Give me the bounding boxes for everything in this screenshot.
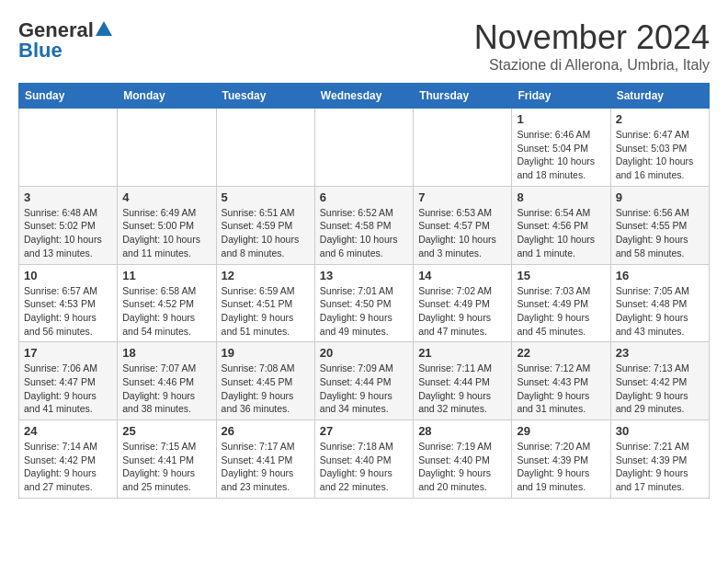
calendar-cell: 29Sunrise: 7:20 AMSunset: 4:39 PMDayligh… xyxy=(512,420,610,499)
day-info: Sunrise: 6:54 AMSunset: 4:56 PMDaylight:… xyxy=(517,206,605,260)
day-info: Sunrise: 7:17 AMSunset: 4:41 PMDaylight:… xyxy=(222,440,310,494)
day-number: 8 xyxy=(517,190,605,204)
calendar-cell: 5Sunrise: 6:51 AMSunset: 4:59 PMDaylight… xyxy=(216,186,314,264)
svg-marker-0 xyxy=(96,21,112,36)
calendar-cell: 24Sunrise: 7:14 AMSunset: 4:42 PMDayligh… xyxy=(19,420,118,499)
day-number: 3 xyxy=(24,190,112,204)
day-info: Sunrise: 7:07 AMSunset: 4:46 PMDaylight:… xyxy=(122,362,210,416)
calendar-week-2: 3Sunrise: 6:48 AMSunset: 5:02 PMDaylight… xyxy=(19,186,710,264)
title-area: November 2024 Stazione di Allerona, Umbr… xyxy=(474,18,710,74)
day-number: 22 xyxy=(517,346,605,360)
day-number: 28 xyxy=(418,424,506,438)
day-info: Sunrise: 7:18 AMSunset: 4:40 PMDaylight:… xyxy=(320,440,408,494)
day-info: Sunrise: 7:09 AMSunset: 4:44 PMDaylight:… xyxy=(320,362,408,416)
calendar-cell: 12Sunrise: 6:59 AMSunset: 4:51 PMDayligh… xyxy=(216,264,314,342)
day-info: Sunrise: 7:05 AMSunset: 4:48 PMDaylight:… xyxy=(616,284,704,339)
day-number: 5 xyxy=(222,190,310,204)
calendar-cell: 28Sunrise: 7:19 AMSunset: 4:40 PMDayligh… xyxy=(414,420,512,499)
calendar-header-row: SundayMondayTuesdayWednesdayThursdayFrid… xyxy=(19,84,710,109)
calendar-cell: 20Sunrise: 7:09 AMSunset: 4:44 PMDayligh… xyxy=(314,342,413,420)
day-info: Sunrise: 6:49 AMSunset: 5:00 PMDaylight:… xyxy=(122,206,210,260)
calendar-cell: 10Sunrise: 6:57 AMSunset: 4:53 PMDayligh… xyxy=(19,264,118,342)
day-number: 12 xyxy=(222,269,310,282)
calendar-cell: 9Sunrise: 6:56 AMSunset: 4:55 PMDaylight… xyxy=(610,186,709,264)
day-number: 2 xyxy=(616,112,704,126)
day-number: 29 xyxy=(517,424,605,438)
day-number: 20 xyxy=(320,346,408,360)
day-number: 23 xyxy=(616,346,704,360)
calendar-cell: 11Sunrise: 6:58 AMSunset: 4:52 PMDayligh… xyxy=(118,264,216,342)
calendar-header-thursday: Thursday xyxy=(414,84,512,109)
day-info: Sunrise: 7:14 AMSunset: 4:42 PMDaylight:… xyxy=(24,440,112,494)
calendar-cell: 6Sunrise: 6:52 AMSunset: 4:58 PMDaylight… xyxy=(314,186,413,264)
day-info: Sunrise: 6:52 AMSunset: 4:58 PMDaylight:… xyxy=(320,206,408,260)
calendar-cell: 30Sunrise: 7:21 AMSunset: 4:39 PMDayligh… xyxy=(610,420,709,499)
day-info: Sunrise: 6:58 AMSunset: 4:52 PMDaylight:… xyxy=(122,284,210,339)
page-header: General Blue November 2024 Stazione di A… xyxy=(18,18,710,74)
day-number: 11 xyxy=(122,269,210,282)
logo-icon xyxy=(96,21,112,40)
calendar-cell: 7Sunrise: 6:53 AMSunset: 4:57 PMDaylight… xyxy=(414,186,512,264)
day-info: Sunrise: 6:48 AMSunset: 5:02 PMDaylight:… xyxy=(24,206,112,260)
day-number: 21 xyxy=(418,346,506,360)
day-info: Sunrise: 6:56 AMSunset: 4:55 PMDaylight:… xyxy=(616,206,704,260)
day-info: Sunrise: 6:47 AMSunset: 5:03 PMDaylight:… xyxy=(616,128,704,182)
calendar-table: SundayMondayTuesdayWednesdayThursdayFrid… xyxy=(18,83,710,499)
calendar-cell: 19Sunrise: 7:08 AMSunset: 4:45 PMDayligh… xyxy=(216,342,314,420)
day-number: 15 xyxy=(517,269,605,282)
calendar-cell: 18Sunrise: 7:07 AMSunset: 4:46 PMDayligh… xyxy=(118,342,216,420)
day-info: Sunrise: 7:15 AMSunset: 4:41 PMDaylight:… xyxy=(122,440,210,494)
day-number: 18 xyxy=(122,346,210,360)
calendar-cell: 22Sunrise: 7:12 AMSunset: 4:43 PMDayligh… xyxy=(512,342,610,420)
location-title: Stazione di Allerona, Umbria, Italy xyxy=(474,57,710,74)
calendar-cell: 23Sunrise: 7:13 AMSunset: 4:42 PMDayligh… xyxy=(610,342,709,420)
day-info: Sunrise: 7:03 AMSunset: 4:49 PMDaylight:… xyxy=(517,284,605,339)
calendar-cell: 15Sunrise: 7:03 AMSunset: 4:49 PMDayligh… xyxy=(512,264,610,342)
calendar-cell: 14Sunrise: 7:02 AMSunset: 4:49 PMDayligh… xyxy=(414,264,512,342)
calendar-week-3: 10Sunrise: 6:57 AMSunset: 4:53 PMDayligh… xyxy=(19,264,710,342)
day-number: 17 xyxy=(24,346,112,360)
calendar-cell: 1Sunrise: 6:46 AMSunset: 5:04 PMDaylight… xyxy=(512,109,610,187)
day-number: 1 xyxy=(517,112,605,126)
calendar-header-saturday: Saturday xyxy=(610,84,709,109)
calendar-cell xyxy=(19,109,118,187)
day-number: 30 xyxy=(616,424,704,438)
calendar-cell: 4Sunrise: 6:49 AMSunset: 5:00 PMDaylight… xyxy=(118,186,216,264)
day-number: 9 xyxy=(616,190,704,204)
calendar-week-4: 17Sunrise: 7:06 AMSunset: 4:47 PMDayligh… xyxy=(19,342,710,420)
day-number: 26 xyxy=(222,424,310,438)
calendar-cell: 27Sunrise: 7:18 AMSunset: 4:40 PMDayligh… xyxy=(314,420,413,499)
calendar-cell: 3Sunrise: 6:48 AMSunset: 5:02 PMDaylight… xyxy=(19,186,118,264)
day-info: Sunrise: 7:21 AMSunset: 4:39 PMDaylight:… xyxy=(616,440,704,494)
day-info: Sunrise: 7:20 AMSunset: 4:39 PMDaylight:… xyxy=(517,440,605,494)
calendar-cell: 8Sunrise: 6:54 AMSunset: 4:56 PMDaylight… xyxy=(512,186,610,264)
calendar-header-tuesday: Tuesday xyxy=(216,84,314,109)
day-number: 24 xyxy=(24,424,112,438)
calendar-cell xyxy=(414,109,512,187)
logo: General Blue xyxy=(18,18,112,63)
calendar-header-wednesday: Wednesday xyxy=(314,84,413,109)
month-title: November 2024 xyxy=(474,18,710,57)
day-number: 4 xyxy=(122,190,210,204)
day-info: Sunrise: 6:59 AMSunset: 4:51 PMDaylight:… xyxy=(222,284,310,339)
calendar-cell: 17Sunrise: 7:06 AMSunset: 4:47 PMDayligh… xyxy=(19,342,118,420)
calendar-cell: 2Sunrise: 6:47 AMSunset: 5:03 PMDaylight… xyxy=(610,109,709,187)
day-number: 13 xyxy=(320,269,408,282)
calendar-cell: 16Sunrise: 7:05 AMSunset: 4:48 PMDayligh… xyxy=(610,264,709,342)
calendar-cell: 21Sunrise: 7:11 AMSunset: 4:44 PMDayligh… xyxy=(414,342,512,420)
calendar-cell: 26Sunrise: 7:17 AMSunset: 4:41 PMDayligh… xyxy=(216,420,314,499)
day-info: Sunrise: 7:11 AMSunset: 4:44 PMDaylight:… xyxy=(418,362,506,416)
calendar-cell xyxy=(216,109,314,187)
day-number: 7 xyxy=(418,190,506,204)
calendar-cell xyxy=(314,109,413,187)
calendar-header-monday: Monday xyxy=(118,84,216,109)
day-number: 16 xyxy=(616,269,704,282)
day-info: Sunrise: 7:13 AMSunset: 4:42 PMDaylight:… xyxy=(616,362,704,416)
day-number: 19 xyxy=(222,346,310,360)
day-number: 25 xyxy=(122,424,210,438)
day-info: Sunrise: 6:57 AMSunset: 4:53 PMDaylight:… xyxy=(24,284,112,339)
day-info: Sunrise: 7:01 AMSunset: 4:50 PMDaylight:… xyxy=(320,284,408,339)
calendar-header-friday: Friday xyxy=(512,84,610,109)
calendar-week-5: 24Sunrise: 7:14 AMSunset: 4:42 PMDayligh… xyxy=(19,420,710,499)
day-number: 6 xyxy=(320,190,408,204)
